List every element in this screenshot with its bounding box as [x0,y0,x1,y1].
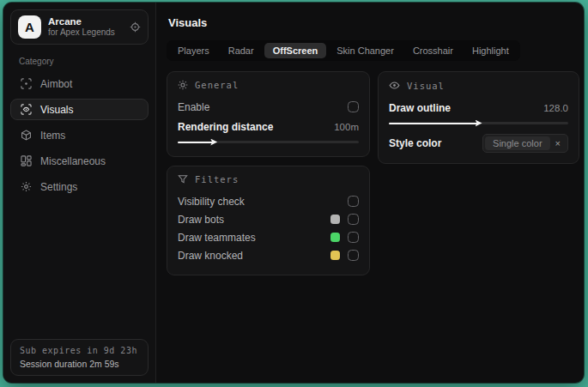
draw-teammates-checkbox[interactable] [348,232,359,243]
tab-players[interactable]: Players [169,43,218,58]
brand-card: A Arcane for Apex Legends [10,9,149,45]
funnel-icon [178,174,188,184]
main-content: Visuals Players Radar OffScreen Skin Cha… [156,3,584,383]
rendering-distance-label: Rendering distance [178,121,273,133]
draw-knocked-color-swatch[interactable] [330,251,340,260]
visibility-check-checkbox[interactable] [348,196,359,207]
page-title: Visuals [168,16,579,29]
sidebar-item-label: Aimbot [40,78,72,90]
sun-icon [178,80,188,90]
app-logo: A [18,15,41,39]
close-icon[interactable]: × [555,138,566,148]
style-color-chip[interactable]: Single color × [482,134,568,153]
grid-icon [20,155,32,166]
sub-expires-text: Sub expires in 9d 23h [20,346,139,355]
sidebar-item-label: Visuals [40,104,73,116]
style-color-chip-value[interactable]: Single color [485,136,549,150]
sidebar: A Arcane for Apex Legends Category Aimbo [3,3,156,383]
draw-knocked-label: Draw knocked [178,250,243,262]
tab-skin-changer[interactable]: Skin Changer [328,43,403,58]
filters-panel-title: Filters [195,174,239,184]
app-window: A Arcane for Apex Legends Category Aimbo [3,3,584,383]
style-color-label: Style color [389,137,441,149]
sidebar-item-label: Settings [40,181,77,193]
session-duration-text: Session duration 2m 59s [20,359,139,369]
visual-panel: Visual Draw outline 128.0 Style color [378,71,579,164]
eye-scan-icon [20,104,32,115]
sidebar-item-miscellaneous[interactable]: Miscellaneous [10,150,149,172]
draw-outline-value: 128.0 [543,103,568,113]
sidebar-item-visuals[interactable]: Visuals [10,99,149,120]
sidebar-item-settings[interactable]: Settings [10,176,149,197]
crosshair-scan-icon [20,78,32,89]
filters-panel: Filters Visibility check Draw bots [167,166,370,275]
draw-bots-color-swatch[interactable] [330,215,340,224]
eye-icon [389,80,400,91]
target-pin-icon[interactable] [130,21,141,33]
sidebar-item-items[interactable]: Items [10,124,149,146]
enable-checkbox[interactable] [348,101,359,112]
app-subtitle: for Apex Legends [48,27,123,39]
draw-teammates-label: Draw teammates [178,232,256,244]
app-name: Arcane [48,15,123,27]
draw-knocked-checkbox[interactable] [348,250,359,261]
subscription-status-card: Sub expires in 9d 23h Session duration 2… [10,339,149,376]
draw-bots-checkbox[interactable] [348,214,359,225]
sidebar-item-aimbot[interactable]: Aimbot [10,73,149,94]
draw-bots-label: Draw bots [178,214,224,226]
general-panel: General Enable Rendering distance 100m [167,71,370,157]
draw-teammates-color-swatch[interactable] [330,233,340,242]
draw-outline-label: Draw outline [389,102,451,114]
sidebar-item-label: Items [40,130,65,142]
cube-icon [20,130,32,141]
tab-offscreen[interactable]: OffScreen [264,43,327,58]
visibility-check-label: Visibility check [178,196,245,208]
tab-bar: Players Radar OffScreen Skin Changer Cro… [167,40,520,61]
visual-panel-title: Visual [407,81,445,91]
rendering-distance-value: 100m [334,122,359,132]
tab-radar[interactable]: Radar [220,43,263,58]
tab-highlight[interactable]: Highlight [464,43,518,58]
sidebar-item-label: Miscellaneous [40,155,106,167]
category-label: Category [19,57,149,66]
tab-crosshair[interactable]: Crosshair [404,43,462,58]
enable-label: Enable [178,101,209,113]
general-panel-title: General [195,80,239,90]
rendering-distance-slider[interactable] [178,138,359,146]
gear-icon [20,181,32,192]
draw-outline-slider[interactable] [389,119,568,127]
